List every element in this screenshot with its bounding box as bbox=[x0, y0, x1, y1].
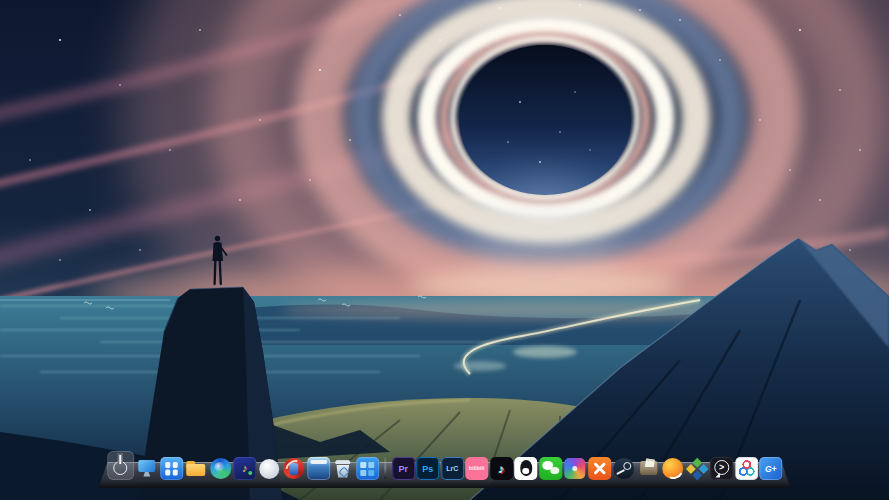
adobe-photoshop-icon[interactable]: Ps bbox=[416, 457, 439, 480]
windows-tiles-app-icon[interactable] bbox=[356, 457, 379, 480]
file-explorer-icon[interactable] bbox=[184, 457, 207, 480]
photoshop-glyph: Ps bbox=[416, 464, 439, 474]
documents-folder-icon[interactable] bbox=[637, 457, 660, 480]
power-button[interactable] bbox=[107, 451, 134, 480]
steam-icon[interactable] bbox=[613, 458, 634, 479]
blue-glass-app-icon[interactable] bbox=[307, 457, 330, 480]
microsoft-edge-icon[interactable] bbox=[210, 458, 231, 479]
chevron-glyph: > bbox=[710, 457, 733, 477]
premiere-glyph: Pr bbox=[392, 464, 415, 474]
adobe-premiere-icon[interactable]: Pr bbox=[392, 457, 415, 480]
black-hole-core bbox=[459, 45, 631, 195]
tiktok-note-icon: ♪ bbox=[490, 462, 513, 476]
wechat-icon[interactable] bbox=[539, 457, 562, 480]
adobe-lightroom-classic-icon[interactable]: LrC bbox=[441, 457, 464, 480]
recycle-arrows-icon bbox=[338, 466, 349, 477]
bilibili-icon[interactable]: bilibili bbox=[465, 457, 488, 480]
display-settings-icon[interactable] bbox=[135, 457, 158, 480]
chat-terminal-app-icon[interactable]: > bbox=[710, 457, 733, 480]
tri-ring-app-icon[interactable] bbox=[735, 457, 758, 480]
desktop[interactable]: ♪ Pr Ps LrC bilibili ♪ > G+ bbox=[0, 0, 889, 500]
bilibili-wordmark: bilibili bbox=[465, 466, 488, 471]
folder-front-flap bbox=[640, 467, 657, 475]
orange-ball-app-icon[interactable] bbox=[662, 458, 683, 479]
dock-separator bbox=[384, 457, 386, 479]
g-plus-glyph: G+ bbox=[759, 464, 782, 474]
dock: ♪ Pr Ps LrC bilibili ♪ > G+ bbox=[107, 451, 783, 480]
media-player-app-icon[interactable]: ♪ bbox=[233, 457, 256, 480]
diamond-grid-app-icon[interactable] bbox=[686, 457, 709, 480]
music-note-icon: ♪ bbox=[233, 457, 256, 479]
g-booster-app-icon[interactable]: G+ bbox=[759, 457, 782, 480]
colorful-game-app-icon[interactable] bbox=[564, 458, 585, 479]
douyin-icon[interactable]: ♪ bbox=[490, 457, 513, 480]
recycle-bin-icon[interactable] bbox=[331, 457, 354, 480]
lightroom-glyph: LrC bbox=[441, 465, 464, 472]
red-blue-swirl-app-icon[interactable] bbox=[283, 458, 304, 479]
orange-cross-app-icon[interactable] bbox=[588, 457, 611, 480]
light-circle-app-icon[interactable] bbox=[259, 459, 279, 479]
qq-icon[interactable] bbox=[514, 457, 537, 480]
app-launcher-icon[interactable] bbox=[160, 457, 183, 480]
wallpaper-artwork bbox=[0, 0, 889, 500]
